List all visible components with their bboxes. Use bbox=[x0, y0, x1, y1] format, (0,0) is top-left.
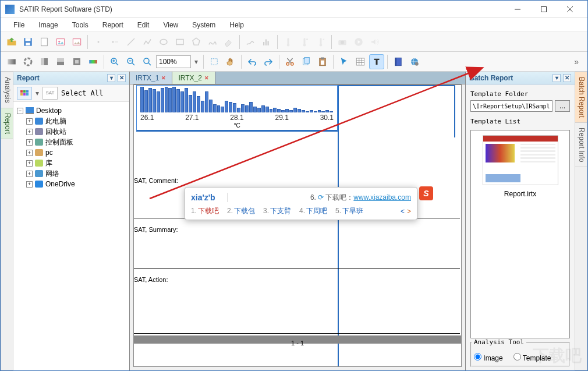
zoom-fit-icon[interactable] bbox=[140, 54, 155, 69]
polygon-tool-icon[interactable] bbox=[189, 34, 204, 50]
text-tool-icon[interactable] bbox=[369, 54, 384, 69]
view-mode-dropdown-icon[interactable]: ▾ bbox=[36, 89, 39, 97]
select-all-label[interactable]: Select All bbox=[61, 89, 103, 97]
menu-help[interactable]: Help bbox=[224, 20, 250, 30]
toolbar-overflow-icon[interactable]: » bbox=[574, 57, 584, 66]
image1-button[interactable] bbox=[53, 34, 68, 50]
freehand-tool-icon[interactable] bbox=[205, 34, 220, 50]
panel-menu-icon[interactable]: ▾ bbox=[552, 74, 561, 82]
polyline-tool-icon[interactable] bbox=[140, 34, 155, 50]
side-tab-report-info[interactable]: Report Info bbox=[575, 123, 587, 167]
cut-icon[interactable] bbox=[282, 54, 297, 69]
ime-candidate[interactable]: 5.下早班 bbox=[335, 206, 363, 216]
line-tool-icon[interactable] bbox=[123, 34, 139, 50]
template-item[interactable]: Report.irtx bbox=[473, 135, 567, 198]
side-tab-analysis[interactable]: Analysis bbox=[1, 72, 13, 108]
ime-hint: 6. ⟳ 下载吧：www.xiazaiba.com bbox=[310, 193, 411, 203]
histogram-icon[interactable] bbox=[259, 34, 274, 50]
tree-item[interactable]: +此电脑 bbox=[17, 116, 126, 126]
panel-close-icon[interactable]: ✕ bbox=[118, 74, 126, 82]
new-doc-button[interactable] bbox=[37, 34, 52, 50]
zoom-dropdown-icon[interactable]: ▾ bbox=[192, 58, 200, 66]
table-icon[interactable] bbox=[353, 54, 368, 69]
menu-file[interactable]: File bbox=[8, 20, 30, 30]
menu-image[interactable]: Image bbox=[33, 20, 63, 30]
point-tool-icon[interactable] bbox=[91, 34, 106, 50]
menubar: File Image Tools Report Edit View System… bbox=[1, 18, 587, 32]
thermo2-icon[interactable] bbox=[297, 34, 312, 50]
palette2-icon[interactable] bbox=[20, 54, 36, 69]
ime-candidate[interactable]: 1.下载吧 bbox=[191, 206, 219, 216]
tab-irtx1[interactable]: IRTX_1✕ bbox=[130, 72, 172, 84]
tree-item[interactable]: +控制面板 bbox=[17, 137, 126, 147]
thermo1-icon[interactable] bbox=[281, 34, 296, 50]
ime-candidate[interactable]: 4.下周吧 bbox=[299, 206, 327, 216]
thermo3-icon[interactable] bbox=[313, 34, 328, 50]
zoom-input[interactable] bbox=[156, 55, 191, 68]
tree-item[interactable]: +pc bbox=[17, 147, 126, 158]
palette6-icon[interactable] bbox=[86, 54, 101, 69]
maximize-button[interactable] bbox=[530, 1, 557, 17]
side-tab-report[interactable]: Report bbox=[1, 108, 13, 139]
eraser-icon[interactable] bbox=[221, 34, 236, 50]
tree-item[interactable]: +库 bbox=[17, 158, 126, 168]
side-tab-batch[interactable]: Batch Report bbox=[575, 72, 587, 123]
save-button[interactable] bbox=[20, 34, 36, 50]
copy-icon[interactable] bbox=[299, 54, 314, 69]
tree-item[interactable]: +回收站 bbox=[17, 126, 126, 137]
tab-irtx2[interactable]: IRTX_2✕ bbox=[172, 72, 215, 84]
image2-button[interactable] bbox=[69, 34, 84, 50]
palette5-icon[interactable] bbox=[69, 54, 84, 69]
hand-tool-icon[interactable] bbox=[223, 54, 238, 69]
sound-icon[interactable] bbox=[367, 34, 382, 50]
select-tool-icon[interactable] bbox=[207, 54, 222, 69]
tab-close-icon[interactable]: ✕ bbox=[161, 75, 166, 81]
paste-icon[interactable] bbox=[315, 54, 330, 69]
pointer-icon[interactable] bbox=[336, 54, 352, 69]
folder-tree[interactable]: − Desktop +此电脑+回收站+控制面板+pc+库+网络+OneDrive bbox=[13, 102, 129, 370]
redo-icon[interactable] bbox=[261, 54, 276, 69]
template-folder-input[interactable] bbox=[470, 100, 552, 112]
palette3-icon[interactable] bbox=[37, 54, 52, 69]
ime-candidate[interactable]: 3.下支臂 bbox=[263, 206, 291, 216]
template-list[interactable]: Report.irtx bbox=[470, 130, 570, 338]
view-mode-button[interactable] bbox=[17, 87, 32, 100]
profile-icon[interactable] bbox=[243, 34, 258, 50]
svg-rect-47 bbox=[395, 58, 396, 66]
palette1-icon[interactable] bbox=[4, 54, 19, 69]
rect-tool-icon[interactable] bbox=[172, 34, 187, 50]
menu-view[interactable]: View bbox=[157, 20, 184, 30]
tab-close-icon[interactable]: ✕ bbox=[204, 75, 209, 81]
panel-menu-icon[interactable]: ▾ bbox=[107, 74, 115, 82]
menu-tools[interactable]: Tools bbox=[66, 20, 94, 30]
spot-tool-icon[interactable] bbox=[107, 34, 122, 50]
menu-system[interactable]: System bbox=[186, 20, 221, 30]
zoom-out-icon[interactable] bbox=[123, 54, 139, 69]
camera-icon[interactable] bbox=[335, 34, 350, 50]
gear-globe-icon[interactable] bbox=[407, 54, 422, 69]
undo-icon[interactable] bbox=[245, 54, 260, 69]
ime-candidate[interactable]: 2.下载包 bbox=[227, 206, 255, 216]
svg-rect-28 bbox=[41, 58, 44, 65]
palette4-icon[interactable] bbox=[53, 54, 68, 69]
play-icon[interactable] bbox=[351, 34, 366, 50]
notebook-icon[interactable] bbox=[391, 54, 406, 69]
tree-item[interactable]: +网络 bbox=[17, 168, 126, 179]
browse-button[interactable]: ... bbox=[555, 100, 570, 112]
panel-close-icon[interactable]: ✕ bbox=[563, 74, 571, 82]
close-button[interactable] bbox=[557, 1, 583, 17]
ellipse-tool-icon[interactable] bbox=[156, 34, 171, 50]
menu-edit[interactable]: Edit bbox=[132, 20, 155, 30]
toolbar-secondary: ▾ » bbox=[1, 52, 587, 72]
tree-root[interactable]: − Desktop bbox=[17, 105, 126, 116]
zoom-in-icon[interactable] bbox=[107, 54, 122, 69]
radio-template[interactable]: Template bbox=[513, 353, 551, 362]
minimize-button[interactable] bbox=[504, 1, 530, 17]
open-button[interactable] bbox=[4, 34, 19, 50]
menu-report[interactable]: Report bbox=[97, 20, 129, 30]
sat-filter-button[interactable]: SAT bbox=[42, 87, 58, 100]
radio-image[interactable]: Image bbox=[474, 353, 503, 362]
tree-item[interactable]: +OneDrive bbox=[17, 179, 126, 189]
svg-rect-33 bbox=[89, 60, 97, 63]
ime-hint-link[interactable]: www.xiazaiba.com bbox=[353, 193, 411, 202]
